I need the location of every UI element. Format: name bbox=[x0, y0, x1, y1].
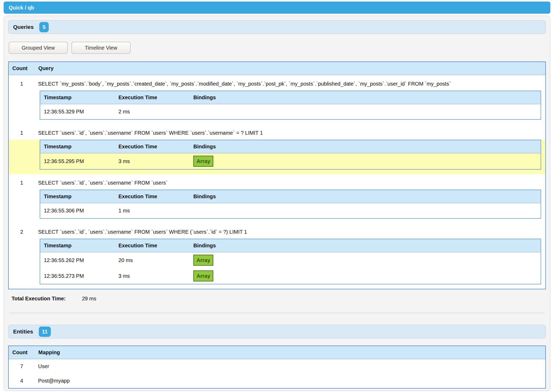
exec-col-bindings: Bindings bbox=[190, 239, 541, 252]
queries-section-label: Queries bbox=[13, 24, 34, 30]
queries-col-query: Query bbox=[35, 62, 546, 75]
exec-col-timestamp: Timestamp bbox=[40, 140, 115, 153]
app-header: Quick / qb bbox=[4, 2, 550, 14]
queries-section-header[interactable]: Queries 5 bbox=[8, 20, 546, 34]
entity-mapping: Post@myapp bbox=[35, 374, 546, 388]
query-count: 1 bbox=[8, 75, 35, 91]
query-row: 1 SELECT `my_posts`.`body`, `my_posts`.`… bbox=[8, 75, 546, 91]
query-row: 1 SELECT `users`.`id`, `users`.`username… bbox=[8, 174, 546, 190]
executions-table: Timestamp Execution Time Bindings 12:36:… bbox=[40, 140, 541, 170]
bindings-array-button[interactable]: Array bbox=[193, 255, 213, 266]
section-divider bbox=[9, 313, 545, 313]
query-count: 1 bbox=[8, 174, 35, 190]
exec-time: 3 ms bbox=[115, 268, 190, 284]
exec-timestamp: 12:36:55.329 PM bbox=[40, 104, 115, 120]
exec-bindings bbox=[190, 203, 541, 219]
executions-table: Timestamp Execution Time Bindings 12:36:… bbox=[40, 239, 541, 284]
exec-col-timestamp: Timestamp bbox=[40, 190, 115, 203]
exec-col-execution-time: Execution Time bbox=[115, 140, 190, 153]
entity-count: 4 bbox=[8, 374, 35, 388]
exec-col-bindings: Bindings bbox=[190, 140, 541, 153]
total-execution-time-value: 29 ms bbox=[82, 296, 96, 302]
exec-col-timestamp: Timestamp bbox=[40, 239, 115, 252]
total-execution-time: Total Execution Time: 29 ms bbox=[12, 296, 546, 302]
execution-row: 12:36:55.262 PM 20 ms Array bbox=[40, 252, 541, 268]
query-executions-row: Timestamp Execution Time Bindings 12:36:… bbox=[8, 239, 546, 289]
query-row: 1 SELECT `users`.`id`, `users`.`username… bbox=[8, 124, 546, 140]
queries-count-badge: 5 bbox=[39, 22, 49, 32]
entities-col-mapping: Mapping bbox=[35, 346, 546, 359]
query-count: 1 bbox=[8, 124, 35, 140]
exec-col-timestamp: Timestamp bbox=[40, 91, 115, 104]
query-executions-row: Timestamp Execution Time Bindings 12:36:… bbox=[8, 91, 546, 124]
exec-bindings: Array bbox=[190, 153, 541, 170]
query-sql: SELECT `my_posts`.`body`, `my_posts`.`cr… bbox=[35, 75, 546, 91]
exec-time: 2 ms bbox=[115, 104, 190, 120]
entities-section-header[interactable]: Entities 11 bbox=[8, 325, 546, 338]
query-executions-row: Timestamp Execution Time Bindings 12:36:… bbox=[8, 190, 546, 223]
exec-bindings bbox=[190, 104, 541, 120]
exec-col-execution-time: Execution Time bbox=[115, 190, 190, 203]
entity-count: 7 bbox=[8, 359, 35, 374]
query-sql: SELECT `users`.`id`, `users`.`username` … bbox=[35, 174, 546, 190]
execution-row: 12:36:55.273 PM 3 ms Array bbox=[40, 268, 541, 284]
exec-col-execution-time: Execution Time bbox=[115, 239, 190, 252]
exec-timestamp: 12:36:55.273 PM bbox=[40, 268, 115, 284]
exec-col-bindings: Bindings bbox=[190, 91, 541, 104]
debug-panel: Queries 5 Grouped View Timeline View Cou… bbox=[4, 16, 550, 391]
timeline-view-button[interactable]: Timeline View bbox=[71, 42, 131, 54]
query-sql: SELECT `users`.`id`, `users`.`username` … bbox=[35, 124, 546, 140]
exec-timestamp: 12:36:55.295 PM bbox=[40, 153, 115, 170]
execution-row: 12:36:55.295 PM 3 ms Array bbox=[40, 153, 541, 170]
exec-time: 1 ms bbox=[115, 203, 190, 219]
exec-col-bindings: Bindings bbox=[190, 190, 541, 203]
entities-col-count: Count bbox=[8, 346, 35, 359]
entities-table: Count Mapping 7 User 4 Post@myapp bbox=[8, 346, 546, 389]
query-executions-row-highlighted: Timestamp Execution Time Bindings 12:36:… bbox=[8, 140, 546, 174]
entity-row: 4 Post@myapp bbox=[8, 374, 546, 388]
execution-row: 12:36:55.329 PM 2 ms bbox=[40, 104, 541, 120]
entity-row: 7 User bbox=[8, 359, 546, 374]
query-count: 2 bbox=[8, 223, 35, 239]
entities-table-header-row: Count Mapping bbox=[8, 346, 546, 359]
bindings-array-button[interactable]: Array bbox=[193, 270, 213, 281]
queries-table: Count Query 1 SELECT `my_posts`.`body`, … bbox=[8, 61, 546, 289]
exec-timestamp: 12:36:55.262 PM bbox=[40, 252, 115, 268]
exec-bindings: Array bbox=[190, 252, 541, 268]
entities-count-badge: 11 bbox=[39, 327, 51, 337]
exec-time: 20 ms bbox=[115, 252, 190, 268]
queries-table-header-row: Count Query bbox=[8, 62, 546, 75]
executions-table: Timestamp Execution Time Bindings 12:36:… bbox=[40, 190, 541, 219]
exec-col-execution-time: Execution Time bbox=[115, 91, 190, 104]
executions-table: Timestamp Execution Time Bindings 12:36:… bbox=[40, 91, 541, 120]
queries-col-count: Count bbox=[8, 62, 35, 75]
execution-row: 12:36:55.306 PM 1 ms bbox=[40, 203, 541, 219]
query-row: 2 SELECT `users`.`id`, `users`.`username… bbox=[8, 223, 546, 239]
query-sql: SELECT `users`.`id`, `users`.`username` … bbox=[35, 223, 546, 239]
exec-time: 3 ms bbox=[115, 153, 190, 170]
total-execution-time-label: Total Execution Time: bbox=[12, 296, 82, 302]
bindings-array-button[interactable]: Array bbox=[193, 156, 213, 167]
entity-mapping: User bbox=[35, 359, 546, 374]
exec-bindings: Array bbox=[190, 268, 541, 284]
grouped-view-button[interactable]: Grouped View bbox=[9, 42, 68, 54]
entities-section-label: Entities bbox=[13, 328, 33, 335]
app-header-title: Quick / qb bbox=[9, 5, 34, 11]
view-toggle-group: Grouped View Timeline View bbox=[9, 42, 546, 54]
exec-timestamp: 12:36:55.306 PM bbox=[40, 203, 115, 219]
